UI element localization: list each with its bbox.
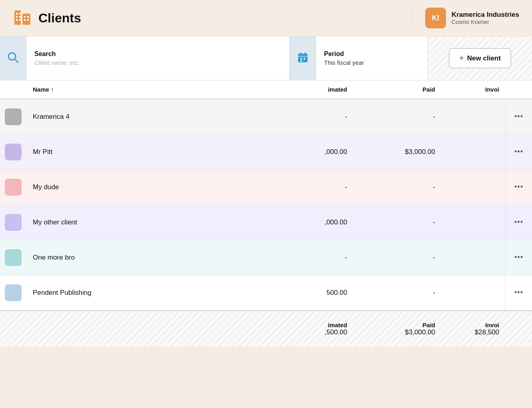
row-paid: - [354, 170, 442, 204]
row-avatar-cell [0, 134, 26, 169]
svg-rect-3 [19, 13, 21, 14]
search-icon-cell [0, 36, 26, 80]
svg-rect-6 [24, 16, 26, 18]
footer-name-col [26, 311, 290, 346]
row-avatar-cell [0, 170, 26, 204]
plus-icon: + [459, 54, 464, 63]
period-icon-cell [290, 36, 316, 80]
period-label: Period [324, 50, 420, 58]
row-actions-button[interactable]: ••• [506, 275, 532, 310]
svg-line-13 [15, 59, 18, 62]
row-estimated: - [290, 240, 354, 275]
svg-rect-7 [27, 16, 29, 18]
search-label: Search [34, 50, 281, 58]
svg-rect-1 [22, 14, 30, 25]
row-avatar-cell [0, 275, 26, 310]
svg-rect-2 [16, 13, 18, 14]
row-name[interactable]: Mr Pitt [26, 134, 290, 169]
svg-rect-8 [24, 19, 26, 21]
svg-point-20 [300, 60, 302, 62]
row-paid: - [354, 240, 442, 275]
svg-rect-15 [298, 56, 308, 57]
period-field[interactable]: Period This fiscal year [316, 36, 428, 80]
table-footer: imated ,500.00 Paid $3,000.00 Invoi $28,… [0, 310, 532, 346]
row-name[interactable]: One more bro [26, 240, 290, 275]
svg-point-18 [300, 58, 302, 60]
row-avatar [5, 284, 22, 301]
row-actions-button[interactable]: ••• [506, 99, 532, 134]
svg-rect-9 [27, 19, 29, 21]
row-invoice [442, 134, 506, 169]
row-estimated: 500.00 [290, 275, 354, 310]
svg-rect-4 [16, 16, 18, 18]
search-field[interactable]: Search Client name, etc. [26, 36, 290, 80]
table-row: My dude - - ••• [0, 170, 532, 205]
header-invoice: Invoi [442, 80, 506, 98]
svg-rect-11 [19, 19, 21, 21]
user-name: Cosmo Kramer [452, 19, 519, 25]
new-client-area: + New client [428, 36, 532, 80]
svg-rect-16 [300, 52, 301, 55]
header-name[interactable]: Name ↑ [26, 80, 290, 98]
footer-paid: Paid $3,000.00 [354, 311, 442, 346]
row-avatar [5, 249, 22, 266]
svg-rect-5 [19, 16, 21, 18]
row-avatar-cell [0, 240, 26, 275]
row-invoice [442, 240, 506, 275]
footer-invoice: Invoi $28,500 [442, 311, 506, 346]
table-row: Kramerica 4 - - ••• [0, 99, 532, 134]
row-name[interactable]: My dude [26, 170, 290, 204]
avatar: KI [425, 8, 446, 28]
svg-rect-14 [298, 54, 308, 62]
table-header: Name ↑ imated Paid Invoi [0, 80, 532, 99]
row-avatar [5, 179, 22, 196]
row-actions-button[interactable]: ••• [506, 205, 532, 240]
new-client-button[interactable]: + New client [449, 48, 511, 68]
svg-rect-10 [16, 19, 18, 21]
row-estimated: - [290, 170, 354, 204]
row-actions-button[interactable]: ••• [506, 240, 532, 275]
search-placeholder: Client name, etc. [34, 59, 281, 66]
row-avatar [5, 214, 22, 231]
row-estimated: - [290, 99, 354, 134]
row-avatar [5, 108, 22, 125]
building-icon [13, 7, 32, 29]
row-invoice [442, 170, 506, 204]
user-info: KI Kramerica Industries Cosmo Kramer [412, 8, 519, 28]
table-row: Mr Pitt ,000.00 $3,000.00 ••• [0, 134, 532, 170]
row-name[interactable]: Pendent Publishing [26, 275, 290, 310]
svg-point-19 [304, 58, 305, 60]
search-icon [7, 51, 20, 66]
row-estimated: ,000.00 [290, 205, 354, 240]
row-name[interactable]: My other client [26, 205, 290, 240]
footer-avatar-col [0, 311, 26, 346]
row-estimated: ,000.00 [290, 134, 354, 169]
page-title: Clients [38, 11, 81, 26]
row-actions-button[interactable]: ••• [506, 134, 532, 169]
header-estimated: imated [290, 80, 354, 98]
footer-actions-col [506, 311, 532, 346]
row-name[interactable]: Kramerica 4 [26, 99, 290, 134]
row-paid: $3,000.00 [354, 134, 442, 169]
company-info: Kramerica Industries Cosmo Kramer [452, 11, 519, 25]
calendar-icon [296, 51, 309, 66]
header-left: Clients [13, 7, 81, 29]
table-row: One more bro - - ••• [0, 240, 532, 275]
table-body: Kramerica 4 - - ••• Mr Pitt ,000.00 $3,0… [0, 99, 532, 310]
row-paid: - [354, 205, 442, 240]
svg-rect-17 [304, 52, 306, 55]
table-row: My other client ,000.00 - ••• [0, 205, 532, 240]
company-name: Kramerica Industries [452, 11, 519, 19]
period-value: This fiscal year [324, 59, 420, 66]
row-invoice [442, 275, 506, 310]
row-invoice [442, 99, 506, 134]
row-avatar-cell [0, 99, 26, 134]
table-row: Pendent Publishing 500.00 - ••• [0, 275, 532, 310]
row-actions-button[interactable]: ••• [506, 170, 532, 204]
row-paid: - [354, 99, 442, 134]
header-paid: Paid [354, 80, 442, 98]
toolbar: Search Client name, etc. Period This fis… [0, 36, 532, 80]
row-avatar [5, 144, 22, 160]
page-header: Clients KI Kramerica Industries Cosmo Kr… [0, 0, 532, 36]
footer-estimated: imated ,500.00 [290, 311, 354, 346]
